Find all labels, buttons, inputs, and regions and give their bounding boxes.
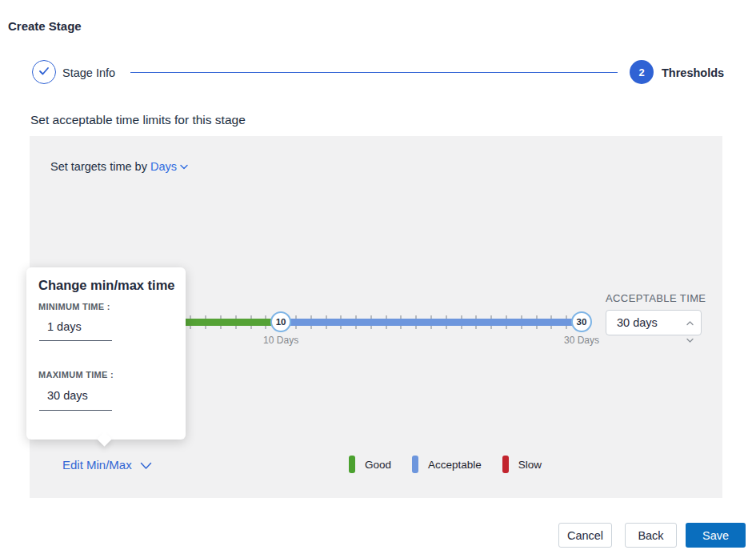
legend-item-slow: Slow [502,456,542,473]
acceptable-time-input[interactable]: 30 days [606,310,702,335]
check-icon [38,65,50,79]
maximum-time-label: MAXIMUM TIME : [38,370,114,379]
stepper-connector-line [130,72,618,73]
legend-label-slow: Slow [518,459,542,471]
slider-axis-label-max: 30 Days [550,335,614,346]
target-by-row: Set targets time by Days [50,159,188,173]
legend-swatch-good [349,456,355,473]
step-2-number: 2 [638,66,644,78]
legend-swatch-slow [502,456,509,473]
maximum-time-underline [39,410,112,411]
slider-handle-min-value: 10 [276,317,286,327]
step-2-label: Thresholds [662,66,724,79]
target-by-selected: Days [150,160,177,173]
slider-segment-acceptable[interactable] [281,319,582,326]
chevron-down-icon [132,458,152,472]
slider-axis-label-min: 10 Days [249,335,313,346]
minimum-time-label: MINIMUM TIME : [38,302,110,311]
target-by-prefix: Set targets time by [50,160,147,173]
step-1-label: Stage Info [62,66,115,79]
back-button[interactable]: Back [625,523,677,548]
slider-legend: Good Acceptable Slow [349,456,542,473]
spinner-up-icon[interactable] [686,315,694,329]
acceptable-time-spinner[interactable] [686,315,694,346]
slider-handle-min[interactable]: 10 [270,311,291,332]
step-2-active-circle[interactable]: 2 [630,60,654,84]
edit-minmax-link[interactable]: Edit Min/Max [62,458,152,472]
legend-swatch-acceptable [412,456,418,473]
change-minmax-popover: Change min/max time MINIMUM TIME : 1 day… [26,267,186,440]
acceptable-time-value: 30 days [617,316,658,329]
legend-item-acceptable: Acceptable [412,456,482,473]
legend-label-acceptable: Acceptable [428,459,482,471]
section-title: Set acceptable time limits for this stag… [30,113,246,127]
save-button[interactable]: Save [686,523,746,548]
chevron-down-icon [180,159,188,172]
cancel-button[interactable]: Cancel [558,523,612,548]
slider-handle-max-value: 30 [577,317,587,327]
legend-label-good: Good [365,459,391,471]
popover-title: Change min/max time [38,278,175,293]
spinner-down-icon[interactable] [686,331,694,346]
minimum-time-input[interactable]: 1 days [47,320,82,333]
edit-minmax-label: Edit Min/Max [62,458,132,472]
page-title: Create Stage [8,19,82,33]
step-1-completed-circle[interactable] [32,60,56,84]
minimum-time-underline [39,340,112,341]
create-stage-screen: Create Stage Stage Info 2 Thresholds Set… [0,0,756,558]
maximum-time-input[interactable]: 30 days [47,389,88,402]
acceptable-time-label: ACCEPTABLE TIME [606,292,706,304]
target-by-dropdown[interactable]: Days [150,160,188,173]
legend-item-good: Good [349,456,391,473]
slider-handle-max[interactable]: 30 [571,311,592,332]
